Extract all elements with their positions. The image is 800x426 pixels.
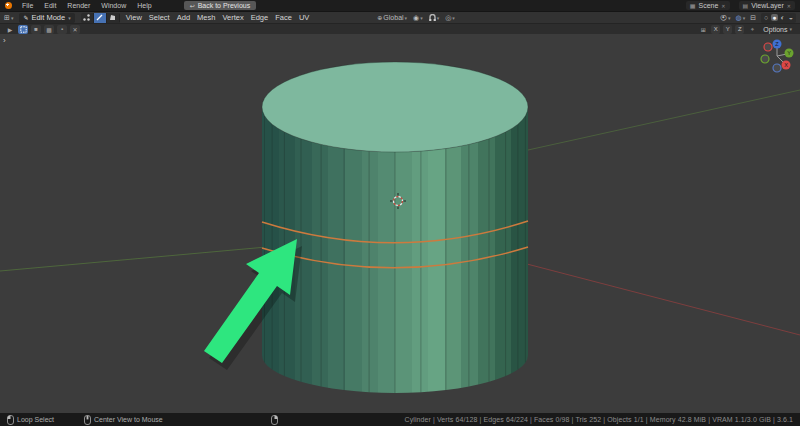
gizmo-neg-z-axis[interactable]	[773, 64, 781, 72]
gizmo-neg-x-axis[interactable]	[764, 43, 772, 51]
viewport-scene: Z Y X	[0, 34, 800, 413]
viewport-menus: View Select Add Mesh Vertex Edge Face UV	[126, 13, 310, 22]
viewport-header: ⊞▾ ✎ Edit Mode ▾ View Select Add Mesh Ve…	[0, 11, 800, 23]
menu-help[interactable]: Help	[136, 2, 152, 9]
scene-unlink-icon[interactable]: ✕	[721, 3, 725, 9]
mirror-icon: ⊞	[698, 25, 708, 34]
edge-select-button[interactable]	[94, 13, 107, 23]
shading-mode-group: ○ ● ◐ ◒	[761, 13, 796, 23]
active-tool-select-box[interactable]	[18, 25, 28, 34]
scene-statistics: Cylinder | Verts 64/128 | Edges 64/224 |…	[405, 416, 794, 423]
rendered-shading-button[interactable]: ◒	[788, 14, 794, 21]
snap-magnet-toggle[interactable]: ▾	[429, 14, 440, 22]
status-bar: Loop Select Center View to Mouse Cylinde…	[0, 413, 800, 426]
edit-mode-icon: ✎	[23, 14, 28, 21]
tool-settings-bar: ▶ ■ ▩ ▪ ✕ ⊞ X Y Z ⌖ Options ▾	[0, 23, 800, 34]
snap-settings-icon[interactable]: ⌖	[747, 25, 757, 34]
menu-uv[interactable]: UV	[299, 13, 309, 22]
svg-text:X: X	[784, 62, 788, 68]
view-layer-icon: ▤	[743, 2, 749, 9]
back-to-previous-button[interactable]: ↩ Back to Previous	[184, 1, 257, 10]
back-arrow-icon: ↩	[190, 2, 195, 9]
solid-shading-button[interactable]: ●	[771, 14, 777, 21]
hint-right-mouse	[271, 415, 281, 425]
cylinder-top-cap[interactable]	[262, 62, 528, 152]
menu-face[interactable]: Face	[275, 13, 292, 22]
xray-toggle[interactable]: ⊟	[750, 14, 756, 22]
proportional-editing-toggle[interactable]: ◎▾	[445, 14, 455, 22]
menu-file[interactable]: File	[21, 2, 34, 9]
vertex-icon	[83, 14, 90, 21]
menu-vertex[interactable]: Vertex	[222, 13, 243, 22]
face-select-button[interactable]	[107, 13, 120, 23]
middle-mouse-icon	[84, 415, 91, 425]
left-mouse-icon	[7, 415, 14, 425]
blender-logo-icon[interactable]	[5, 2, 12, 9]
hint-center-view: Center View to Mouse	[84, 415, 163, 425]
edge-icon	[96, 14, 103, 21]
face-icon	[109, 14, 116, 21]
hint-loop-select: Loop Select	[7, 415, 54, 425]
menu-add[interactable]: Add	[177, 13, 190, 22]
tool-settings-right: ⊞ X Y Z ⌖ Options ▾	[698, 25, 795, 34]
view-layer-selector[interactable]: ▤ ViewLayer ✕	[739, 1, 795, 10]
select-box-icon	[20, 26, 27, 33]
vertex-select-button[interactable]	[81, 13, 94, 23]
menu-window[interactable]: Window	[100, 2, 127, 9]
right-mouse-icon	[271, 415, 278, 425]
mirror-z-toggle[interactable]: Z	[735, 25, 744, 34]
topbar: File Edit Render Window Help ↩ Back to P…	[0, 0, 800, 11]
show-gizmo-dropdown[interactable]: ⦿▾	[720, 14, 731, 21]
magnet-icon	[429, 14, 436, 22]
options-dropdown[interactable]: Options ▾	[760, 26, 795, 33]
header-center-controls: ⊕ Global ▾ ◉▾ ▾ ◎▾	[377, 14, 455, 22]
tool-settings-toggle-icon[interactable]: ▶	[5, 25, 15, 34]
mode-selector[interactable]: ✎ Edit Mode ▾	[19, 13, 74, 23]
menu-view[interactable]: View	[126, 13, 142, 22]
view-layer-unlink-icon[interactable]: ✕	[787, 3, 791, 9]
scene-selector[interactable]: ▦ Scene ✕	[686, 1, 730, 10]
menu-mesh[interactable]: Mesh	[197, 13, 215, 22]
select-mode-extend-button[interactable]: ▩	[44, 25, 54, 34]
navigation-gizmo[interactable]: Z Y X	[761, 40, 794, 73]
select-mode-subtract-button[interactable]: ▪	[57, 25, 67, 34]
blender-window: File Edit Render Window Help ↩ Back to P…	[0, 0, 800, 426]
transform-orientation-dropdown[interactable]: ⊕ Global ▾	[377, 14, 407, 21]
chevron-down-icon: ▾	[68, 15, 71, 21]
select-mode-group	[81, 13, 120, 23]
menu-edit[interactable]: Edit	[43, 2, 57, 9]
overlays-dropdown[interactable]: ◍▾	[736, 14, 746, 22]
menu-render[interactable]: Render	[66, 2, 91, 9]
mirror-x-toggle[interactable]: X	[711, 25, 720, 34]
wireframe-shading-button[interactable]: ○	[763, 14, 769, 21]
scene-icon: ▦	[690, 2, 696, 9]
select-mode-intersect-button[interactable]: ✕	[70, 25, 80, 34]
viewport-3d[interactable]: ›	[0, 34, 800, 413]
gizmo-neg-y-axis[interactable]	[761, 55, 769, 63]
orientation-icon: ⊕	[377, 14, 382, 21]
menu-select[interactable]: Select	[149, 13, 170, 22]
select-mode-new-button[interactable]: ■	[31, 25, 41, 34]
menu-edge[interactable]: Edge	[251, 13, 269, 22]
mirror-y-toggle[interactable]: Y	[723, 25, 732, 34]
header-right-controls: ⦿▾ ◍▾ ⊟ ○ ● ◐ ◒	[720, 13, 796, 23]
material-preview-button[interactable]: ◐	[780, 14, 786, 21]
pivot-point-dropdown[interactable]: ◉▾	[413, 14, 423, 22]
editor-type-dropdown[interactable]: ⊞▾	[4, 14, 13, 22]
svg-text:Y: Y	[787, 50, 791, 56]
